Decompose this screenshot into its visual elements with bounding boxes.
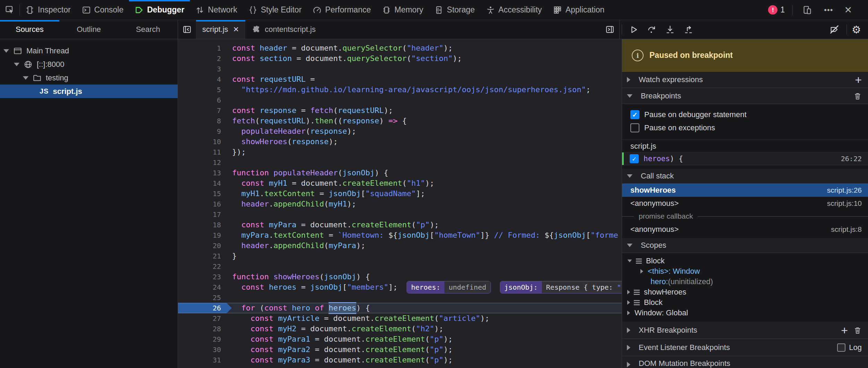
chevron-down-icon[interactable] xyxy=(628,260,632,262)
code-line[interactable]: 10 showHeroes(response); xyxy=(178,137,622,147)
xhr-breakpoints-header[interactable]: XHR Breakpoints + xyxy=(622,322,868,339)
dom-mutation-breakpoints-header[interactable]: DOM Mutation Breakpoints xyxy=(622,356,868,368)
code-line[interactable]: 26 for (const hero of heroes) { xyxy=(178,303,622,313)
line-number[interactable]: 31 xyxy=(178,355,227,365)
close-devtools-icon[interactable]: ✕ xyxy=(840,5,856,16)
code-line[interactable]: 11}); xyxy=(178,147,622,157)
line-number[interactable]: 4 xyxy=(178,74,227,85)
tab-application[interactable]: Application xyxy=(547,0,610,20)
code-line[interactable]: 20 header.appendChild(myPara); xyxy=(178,240,622,251)
scope-row[interactable]: hero: (uninitialized) xyxy=(622,277,868,287)
code-line[interactable]: 4const requestURL = xyxy=(178,74,622,85)
chevron-right-icon[interactable] xyxy=(627,290,630,295)
add-watch-expression-button[interactable]: + xyxy=(855,74,862,86)
code-line[interactable]: 19 myPara.textContent = `Hometown: ${jso… xyxy=(178,230,622,240)
chevron-right-icon[interactable] xyxy=(627,300,630,305)
step-out-button[interactable] xyxy=(679,25,698,34)
line-number[interactable]: 20 xyxy=(178,240,227,251)
code-line[interactable]: 15 myH1.textContent = jsonObj["squadName… xyxy=(178,189,622,199)
code-line[interactable]: 29 const myPara1 = document.createElemen… xyxy=(178,334,622,344)
line-number[interactable]: 27 xyxy=(178,313,227,324)
line-number[interactable]: 25 xyxy=(178,292,227,303)
tree-expander-icon[interactable] xyxy=(23,76,28,80)
scope-row[interactable]: <this>: Window xyxy=(622,266,868,277)
tab-outline[interactable]: Outline xyxy=(59,20,119,39)
line-number[interactable]: 14 xyxy=(178,178,227,189)
error-badge[interactable]: ! 1 xyxy=(768,5,785,15)
line-number[interactable]: 5 xyxy=(178,85,227,95)
event-listener-breakpoints-header[interactable]: Event Listener Breakpoints Log xyxy=(622,339,868,356)
tab-console[interactable]: Console xyxy=(76,0,129,20)
tree-item-testing[interactable]: testing xyxy=(0,71,178,85)
tab-network[interactable]: Network xyxy=(190,0,242,20)
toggle-panes-button[interactable] xyxy=(601,25,619,34)
line-number[interactable]: 21 xyxy=(178,251,227,261)
line-number[interactable]: 10 xyxy=(178,137,227,147)
code-line[interactable]: 24 const heroes = jsonObj["members"];her… xyxy=(178,282,622,292)
meatball-menu-icon[interactable]: ••• xyxy=(820,6,837,15)
code-line[interactable]: 9 populateHeader(response); xyxy=(178,126,622,137)
resume-button[interactable] xyxy=(625,25,643,34)
code-line[interactable]: 2const section = document.querySelector(… xyxy=(178,53,622,64)
tree-expander-icon[interactable] xyxy=(3,49,9,53)
code-line[interactable]: 31 const myPara3 = document.createElemen… xyxy=(178,355,622,365)
code-line[interactable]: 21} xyxy=(178,251,622,261)
pause-debugger-statement-row[interactable]: Pause on debugger statement xyxy=(622,108,868,121)
element-picker-button[interactable] xyxy=(0,0,19,20)
responsive-design-button[interactable] xyxy=(798,5,817,15)
line-number[interactable]: 8 xyxy=(178,116,227,126)
line-number[interactable]: 2 xyxy=(178,53,227,64)
line-number[interactable]: 22 xyxy=(178,261,227,272)
watch-expressions-header[interactable]: Watch expressions + xyxy=(622,72,868,88)
code-line[interactable]: 28 const myH2 = document.createElement("… xyxy=(178,324,622,334)
line-number[interactable]: 30 xyxy=(178,344,227,355)
scopes-header[interactable]: Scopes xyxy=(622,238,868,253)
file-tab-scriptjs[interactable]: script.js ✕ xyxy=(196,20,245,39)
step-over-button[interactable] xyxy=(643,25,661,34)
line-number[interactable]: 9 xyxy=(178,126,227,137)
line-number[interactable]: 17 xyxy=(178,209,227,220)
code-line[interactable]: 17 xyxy=(178,209,622,220)
call-stack-frame[interactable]: <anonymous>script.js:8 xyxy=(622,223,868,236)
breakpoints-header[interactable]: Breakpoints xyxy=(622,88,868,104)
tab-memory[interactable]: Memory xyxy=(376,0,429,20)
tab-performance[interactable]: Performance xyxy=(307,0,376,20)
line-number[interactable]: 24 xyxy=(178,282,227,292)
code-line[interactable]: 14 const myH1 = document.createElement("… xyxy=(178,178,622,189)
remove-xhr-breakpoints-button[interactable] xyxy=(853,326,862,335)
line-number[interactable]: 19 xyxy=(178,230,227,240)
checkbox-unchecked[interactable] xyxy=(630,123,639,132)
settings-gear-icon[interactable]: ⚙ xyxy=(850,24,863,36)
code-line[interactable]: 8fetch(requestURL).then((response) => { xyxy=(178,116,622,126)
line-number[interactable]: 28 xyxy=(178,324,227,334)
tab-accessibility[interactable]: Accessibility xyxy=(480,0,547,20)
code-line[interactable]: 18 const myPara = document.createElement… xyxy=(178,220,622,230)
tree-item-main-thread[interactable]: Main Thread xyxy=(0,44,178,58)
line-number[interactable]: 12 xyxy=(178,157,227,168)
line-number[interactable]: 11 xyxy=(178,147,227,157)
call-stack-frame[interactable]: <anonymous>script.js:10 xyxy=(622,197,868,210)
paused-line-marker[interactable]: 26 xyxy=(178,303,227,313)
code-line[interactable]: 5 "https://mdn.github.io/learning-area/j… xyxy=(178,85,622,95)
code-line[interactable]: 7const response = fetch(requestURL); xyxy=(178,105,622,116)
line-number[interactable]: 18 xyxy=(178,220,227,230)
line-number[interactable]: 6 xyxy=(178,95,227,105)
log-checkbox[interactable] xyxy=(837,343,845,352)
chevron-right-icon[interactable] xyxy=(640,269,643,274)
code-line[interactable]: 22 xyxy=(178,261,622,272)
scope-row[interactable]: Window: Global xyxy=(622,308,868,318)
code-editor[interactable]: 1const header = document.querySelector("… xyxy=(178,39,622,368)
scope-row[interactable]: Block xyxy=(622,256,868,266)
remove-breakpoints-button[interactable] xyxy=(853,91,862,100)
line-number[interactable]: 13 xyxy=(178,168,227,178)
tab-inspector[interactable]: Inspector xyxy=(20,0,76,20)
tab-search[interactable]: Search xyxy=(118,20,178,39)
code-line[interactable]: 30 const myPara2 = document.createElemen… xyxy=(178,344,622,355)
checkbox-checked[interactable] xyxy=(630,110,639,119)
code-line[interactable]: 23function showHeroes(jsonObj) { xyxy=(178,272,622,282)
line-number[interactable]: 3 xyxy=(178,64,227,74)
code-line[interactable]: 6 xyxy=(178,95,622,105)
line-number[interactable]: 7 xyxy=(178,105,227,116)
scope-row[interactable]: showHeroes xyxy=(622,287,868,297)
breakpoint-entry-row[interactable]: heroes) { 26:22 xyxy=(622,152,868,165)
